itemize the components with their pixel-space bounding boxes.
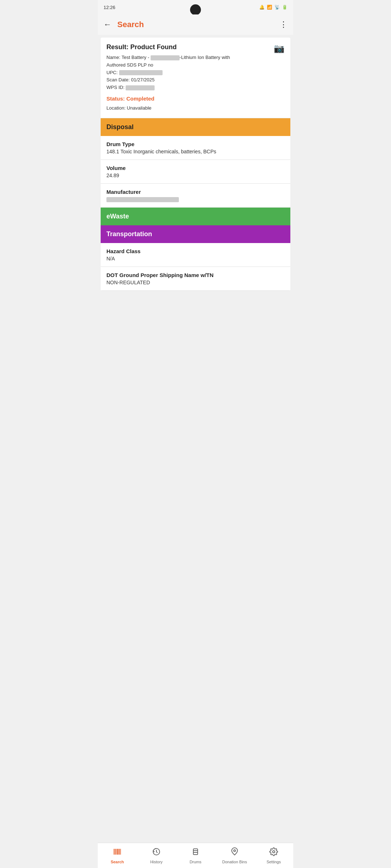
drum-type-value: 148.1 Toxic Inorganic chemicals, batteri…	[106, 149, 285, 154]
dot-shipping-label: DOT Ground Proper Shipping Name w/TN	[106, 272, 285, 278]
manufacturer-value	[106, 196, 285, 202]
drum-type-label: Drum Type	[106, 141, 285, 147]
main-content: Result: Product Found 📷 Name: Test Batte…	[101, 38, 290, 291]
wps-id: WPS ID:	[106, 84, 285, 92]
status-label: Status: Completed	[106, 94, 285, 103]
scan-date: Scan Date: 01/27/2025	[106, 76, 285, 84]
camera-button[interactable]: 📷	[274, 43, 285, 54]
volume-row: Volume 24.89	[101, 160, 290, 184]
scroll-area: Result: Product Found 📷 Name: Test Batte…	[98, 38, 293, 323]
location-label: Location: Unavailable	[106, 105, 285, 112]
camera-notch	[190, 4, 201, 15]
disposal-header: Disposal	[101, 118, 290, 136]
back-button[interactable]: ←	[104, 20, 112, 29]
app-bar: ← Search ⋮	[98, 14, 293, 35]
battery-icon: 🔋	[282, 5, 287, 10]
volume-value: 24.89	[106, 173, 285, 178]
volume-label: Volume	[106, 165, 285, 171]
page-title: Search	[117, 20, 279, 29]
signal-icon: 📡	[274, 5, 280, 10]
status-time: 12:26	[104, 5, 115, 10]
name-redacted	[151, 55, 180, 60]
result-info: Name: Test Battery - -Lithium Ion Batter…	[106, 54, 285, 112]
wifi-icon: 📶	[267, 5, 272, 10]
notification-icon: 🔔	[259, 5, 265, 10]
ewaste-header: eWaste	[101, 208, 290, 225]
result-title: Result: Product Found	[106, 43, 285, 51]
manufacturer-row: Manufacturer	[101, 184, 290, 208]
wps-redacted	[126, 85, 155, 90]
status-icons: 🔔 📶 📡 🔋	[259, 5, 287, 10]
hazard-class-value: N/A	[106, 256, 285, 261]
hazard-class-label: Hazard Class	[106, 248, 285, 254]
product-name: Name: Test Battery - -Lithium Ion Batter…	[106, 54, 285, 61]
authored-line: Authored SDS PLP no	[106, 61, 285, 69]
drum-type-row: Drum Type 148.1 Toxic Inorganic chemical…	[101, 136, 290, 160]
hazard-class-row: Hazard Class N/A	[101, 243, 290, 267]
more-options-button[interactable]: ⋮	[279, 20, 287, 29]
result-card: Result: Product Found 📷 Name: Test Batte…	[101, 38, 290, 118]
dot-shipping-value: NON-REGULATED	[106, 280, 285, 285]
transportation-header: Transportation	[101, 225, 290, 243]
upc-line: UPC:	[106, 69, 285, 77]
dot-shipping-row: DOT Ground Proper Shipping Name w/TN NON…	[101, 267, 290, 291]
manufacturer-label: Manufacturer	[106, 189, 285, 195]
upc-redacted	[119, 70, 163, 75]
manufacturer-redacted	[106, 197, 179, 202]
